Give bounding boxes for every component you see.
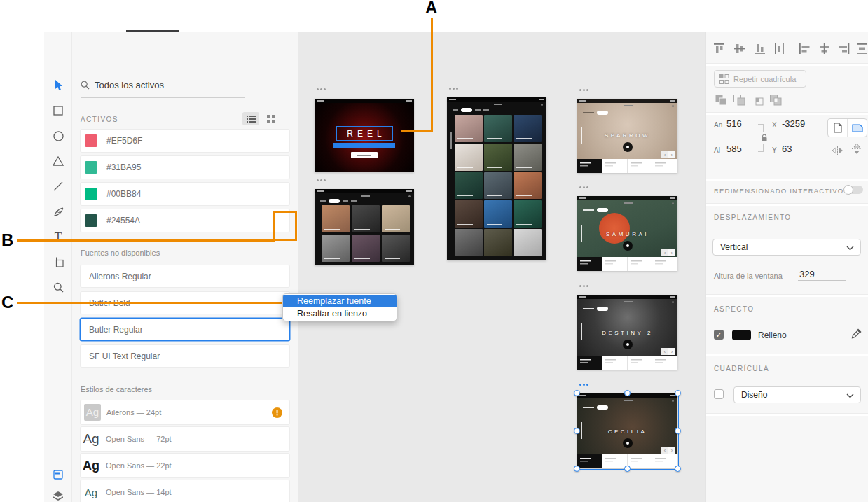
artboard-gallery-tall[interactable] (447, 97, 546, 260)
repeat-grid-button[interactable]: Repetir cuadrícula (714, 70, 806, 88)
selection-handle[interactable] (574, 466, 580, 472)
gallery-thumbnail[interactable] (484, 172, 512, 200)
color-asset-row[interactable]: #31BA95 (81, 156, 289, 179)
line-tool[interactable] (44, 177, 72, 195)
boolean-add-button[interactable] (715, 95, 727, 109)
align-right-button[interactable] (839, 43, 850, 57)
gallery-thumbnail[interactable] (514, 144, 542, 171)
char-style-row[interactable]: Ag Open Sans — 22pt (81, 454, 289, 477)
artboard-title-dots[interactable] (579, 285, 588, 287)
align-left-button[interactable] (799, 43, 811, 57)
grid-checkbox[interactable] (714, 389, 724, 399)
grid-type-dropdown[interactable]: Diseño (733, 386, 861, 403)
boolean-exclude-button[interactable] (770, 95, 782, 109)
selection-handle[interactable] (675, 390, 681, 396)
boolean-subtract-button[interactable] (733, 95, 745, 109)
artboard-title-dots-selected[interactable] (579, 384, 588, 386)
gallery-thumbnail[interactable] (514, 200, 542, 228)
align-bottom-button[interactable] (755, 43, 766, 57)
font-row[interactable]: Ailerons Regular (81, 265, 289, 287)
gallery-thumbnail[interactable] (484, 229, 512, 256)
gallery-thumbnail[interactable] (352, 205, 380, 232)
artboard-cecilia[interactable]: CECILIA ‹› (577, 393, 677, 468)
asset-filter[interactable]: Todos los activos (81, 76, 256, 93)
width-input[interactable]: 516 (725, 118, 755, 130)
boolean-intersect-button[interactable] (752, 95, 764, 109)
gallery-thumbnail[interactable] (514, 172, 542, 200)
design-canvas[interactable]: REEL SPARROW (298, 32, 705, 502)
artboard-title-dots[interactable] (449, 88, 458, 90)
zoom-tool[interactable] (44, 278, 72, 296)
fill-checkbox[interactable]: ✓ (714, 330, 724, 340)
artboard-tool[interactable] (44, 253, 72, 271)
grid-view-button[interactable] (263, 112, 280, 125)
selection-handle[interactable] (675, 466, 681, 472)
color-asset-row[interactable]: #EF5D6F (81, 130, 289, 152)
selection-handle[interactable] (574, 390, 580, 396)
text-tool[interactable]: T (44, 228, 72, 246)
gallery-thumbnail[interactable] (514, 115, 542, 142)
flip-horizontal-button[interactable] (832, 145, 843, 158)
distribute-vertical-button[interactable] (857, 43, 868, 57)
artboard-destiny[interactable]: DESTINY 2 ‹› (577, 295, 677, 370)
align-top-button[interactable] (714, 43, 726, 57)
selection-handle[interactable] (624, 466, 631, 472)
menu-item-highlight-on-canvas[interactable]: Resaltar en lienzo (283, 307, 397, 320)
ellipse-tool[interactable] (44, 127, 72, 145)
artboard-title-dots[interactable] (317, 88, 326, 90)
scrolling-dropdown[interactable]: Vertical (712, 239, 861, 256)
height-input[interactable]: 585 (725, 144, 755, 155)
color-asset-row[interactable]: #00BB84 (81, 183, 289, 205)
selection-handle[interactable] (675, 428, 681, 434)
selection-handle[interactable] (574, 428, 580, 434)
font-row-selected[interactable]: Butler Regular (81, 319, 289, 340)
artboard-reel[interactable]: REEL (315, 99, 414, 172)
portrait-orientation-button[interactable] (828, 119, 848, 137)
gallery-thumbnail[interactable] (484, 115, 512, 142)
char-style-row[interactable]: Ag Ailerons — 24pt (81, 400, 289, 424)
gallery-thumbnail[interactable] (514, 229, 542, 256)
gallery-thumbnail[interactable] (455, 229, 483, 256)
artboard-sparrow[interactable]: SPARROW ‹› (577, 99, 677, 173)
fill-color-swatch[interactable] (732, 330, 751, 340)
x-input[interactable]: -3259 (780, 118, 814, 130)
select-tool[interactable] (44, 76, 72, 95)
menu-item-replace-font[interactable]: Reemplazar fuente (283, 295, 397, 307)
char-style-row[interactable]: Ag Open Sans — 72pt (81, 427, 289, 451)
artboard-title-dots[interactable] (317, 179, 326, 181)
polygon-tool[interactable] (44, 152, 72, 170)
lock-icon[interactable] (761, 134, 768, 142)
list-view-button[interactable] (242, 112, 259, 125)
align-vcenter-button[interactable] (734, 43, 746, 57)
flip-vertical-button[interactable] (852, 144, 862, 157)
gallery-thumbnail[interactable] (322, 235, 350, 262)
gallery-thumbnail[interactable] (455, 172, 483, 200)
gallery-thumbnail[interactable] (352, 235, 380, 262)
rectangle-tool[interactable] (44, 102, 72, 120)
selection-handle[interactable] (624, 390, 631, 396)
gallery-thumbnail[interactable] (382, 235, 410, 262)
align-hcenter-button[interactable] (819, 43, 830, 57)
artboard-title-dots[interactable] (579, 186, 588, 188)
artboard-gallery-small[interactable] (315, 189, 414, 265)
responsive-resize-toggle[interactable] (843, 185, 863, 195)
gallery-thumbnail[interactable] (455, 115, 483, 142)
landscape-orientation-button[interactable] (848, 119, 867, 137)
y-input[interactable]: 63 (780, 144, 814, 155)
distribute-horizontal-button[interactable] (775, 43, 784, 57)
artboard-title-dots[interactable] (579, 89, 588, 91)
eyedropper-icon[interactable] (851, 328, 862, 339)
gallery-thumbnail[interactable] (455, 144, 483, 171)
gallery-thumbnail[interactable] (484, 144, 512, 171)
assets-panel-toggle[interactable] (44, 466, 72, 484)
gallery-thumbnail[interactable] (382, 205, 410, 232)
viewport-height-input[interactable]: 329 (798, 269, 846, 281)
color-asset-row[interactable]: #24554A (81, 209, 289, 232)
gallery-thumbnail[interactable] (484, 200, 512, 228)
layers-panel-toggle[interactable] (44, 487, 72, 502)
char-style-row[interactable]: Ag Open Sans — 14pt (81, 480, 289, 502)
gallery-thumbnail[interactable] (455, 200, 483, 228)
gallery-thumbnail[interactable] (322, 205, 350, 232)
font-row[interactable]: SF UI Text Regular (81, 345, 289, 367)
artboard-samurai[interactable]: SAMURAI ‹› (577, 196, 677, 271)
